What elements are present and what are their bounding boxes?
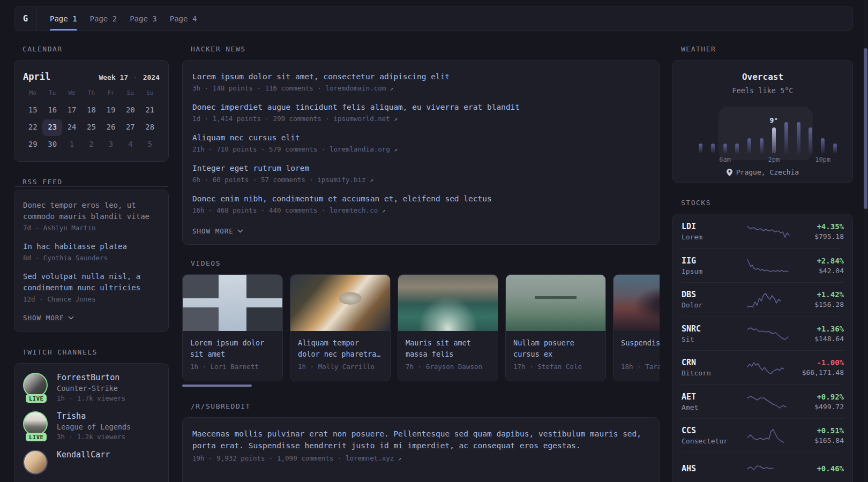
stock-row[interactable]: AHS +0.46% bbox=[682, 453, 844, 482]
tab-page-1[interactable]: Page 1 bbox=[50, 6, 77, 31]
hn-item-meta: 1d · 1,414 points · 299 comments · ipsum… bbox=[192, 115, 649, 123]
video-thumbnail[interactable] bbox=[398, 275, 498, 331]
page-scrollbar-thumb[interactable] bbox=[864, 48, 867, 209]
hn-domain-link[interactable]: loremlandia.org bbox=[330, 145, 390, 153]
twitch-channel-name[interactable]: Trisha bbox=[57, 411, 131, 421]
hn-domain-link[interactable]: ipsumworld.net bbox=[333, 115, 390, 123]
hn-domain-link[interactable]: loremtech.co bbox=[330, 206, 378, 214]
external-link-icon: ↗ bbox=[394, 146, 398, 153]
stock-sparkline bbox=[747, 257, 790, 274]
calendar-widget: April Week 17 · 2024 Mo Tu We Th Fr Sa S… bbox=[14, 60, 169, 162]
twitch-avatar-wrap[interactable] bbox=[23, 450, 49, 476]
stock-change: +0.46% bbox=[797, 464, 844, 473]
stock-row[interactable]: LDI Lorem +4.35% $795.18 bbox=[682, 214, 844, 248]
twitch-section-header: TWITCH CHANNELS bbox=[23, 348, 169, 356]
video-thumbnail[interactable] bbox=[613, 275, 660, 331]
rss-show-more-button[interactable]: SHOW MORE bbox=[23, 314, 74, 322]
rss-item-title[interactable]: Sed volutpat nulla nisl, a condimentum n… bbox=[23, 271, 160, 293]
stock-sparkline bbox=[747, 393, 790, 410]
live-badge: LIVE bbox=[26, 433, 47, 441]
video-thumbnail[interactable] bbox=[506, 275, 605, 331]
carousel-scrollbar[interactable] bbox=[182, 385, 252, 387]
video-thumbnail[interactable] bbox=[290, 275, 390, 331]
stock-row[interactable]: CCS Consectetur +0.51% $165.84 bbox=[682, 418, 844, 453]
hn-item-meta: 16h · 468 points · 440 comments · loremt… bbox=[192, 206, 649, 214]
video-card[interactable]: Suspendisse diam 18h · Tara bbox=[613, 274, 660, 381]
reddit-domain-link[interactable]: loremnet.xyz bbox=[346, 454, 394, 462]
twitch-avatar-wrap[interactable]: LIVE bbox=[23, 411, 49, 437]
weather-location: Prague, Czechia bbox=[736, 168, 799, 176]
rss-item-title[interactable]: In hac habitasse platea bbox=[23, 241, 160, 252]
hn-section-header: HACKER NEWS bbox=[191, 45, 660, 53]
reddit-post-title[interactable]: Maecenas mollis pulvinar erat non posuer… bbox=[192, 428, 649, 451]
video-card[interactable]: Lorem ipsum dolor sit amet consectetu… 1… bbox=[182, 274, 283, 381]
dow-label: We bbox=[62, 89, 81, 102]
reddit-meta-text: 19h · 9,932 points · 1,090 comments · bbox=[192, 454, 346, 462]
calendar-day: 28 bbox=[140, 119, 160, 136]
stock-name: Sit bbox=[682, 335, 739, 343]
rss-item-title[interactable]: Donec tempor eros leo, ut commodo mauris… bbox=[23, 200, 160, 222]
hn-domain-link[interactable]: ipsumify.biz bbox=[317, 176, 365, 184]
tab-page-2[interactable]: Page 2 bbox=[90, 6, 117, 31]
weather-bars: 6am9°2pm10pm bbox=[699, 107, 837, 153]
stock-name: Ipsum bbox=[682, 267, 739, 275]
stock-name: Amet bbox=[682, 403, 739, 411]
twitch-channel-name[interactable]: ForrestBurton bbox=[57, 373, 125, 382]
calendar-grid: Mo Tu We Th Fr Sa Su 15 16 17 18 19 20 2… bbox=[23, 89, 160, 153]
video-title[interactable]: Nullam posuere cursus ex bbox=[513, 337, 598, 360]
videos-section-header: VIDEOS bbox=[191, 259, 660, 267]
tab-page-3[interactable]: Page 3 bbox=[130, 6, 157, 31]
calendar-day: 24 bbox=[62, 119, 81, 136]
hn-item-title[interactable]: Lorem ipsum dolor sit amet, consectetur … bbox=[192, 71, 649, 82]
weather-current-temp: 9° bbox=[770, 116, 779, 124]
stock-row[interactable]: SNRC Sit +1.36% $148.64 bbox=[682, 317, 844, 351]
tab-page-4[interactable]: Page 4 bbox=[170, 6, 197, 31]
stock-ticker: IIG bbox=[682, 256, 739, 266]
calendar-day: 15 bbox=[23, 102, 42, 119]
rss-item: Sed volutpat nulla nisl, a condimentum n… bbox=[23, 271, 160, 303]
weather-bar bbox=[809, 127, 812, 153]
external-link-icon: ↗ bbox=[390, 85, 394, 92]
hn-item-title[interactable]: Aliquam nec cursus elit bbox=[192, 132, 649, 144]
stock-price: $66,171.48 bbox=[797, 368, 844, 376]
video-card[interactable]: Nullam posuere cursus ex 17h · Stefan Co… bbox=[505, 274, 606, 381]
stock-ticker: AET bbox=[682, 392, 739, 402]
video-title[interactable]: Lorem ipsum dolor sit amet consectetu… bbox=[190, 337, 275, 360]
stock-row[interactable]: IIG Ipsum +2.84% $42.04 bbox=[682, 248, 844, 283]
video-title[interactable]: Suspendisse diam bbox=[621, 337, 660, 360]
weather-hour-label: 6am bbox=[719, 156, 731, 163]
calendar-day: 26 bbox=[101, 119, 121, 136]
hn-item-title[interactable]: Donec imperdiet augue tincidunt felis al… bbox=[192, 102, 649, 113]
hn-item-title[interactable]: Donec enim nibh, condimentum et accumsan… bbox=[192, 193, 649, 205]
stock-row[interactable]: AET Amet +0.92% $499.72 bbox=[682, 385, 844, 419]
stock-name: Lorem bbox=[682, 233, 739, 241]
hn-show-more-button[interactable]: SHOW MORE bbox=[192, 227, 243, 235]
video-meta: 1h · Molly Carrillo bbox=[298, 363, 383, 371]
hn-item-title[interactable]: Integer eget rutrum lorem bbox=[192, 163, 649, 174]
twitch-avatar-wrap[interactable]: LIVE bbox=[23, 373, 49, 398]
hn-item: Lorem ipsum dolor sit amet, consectetur … bbox=[192, 71, 649, 92]
tab-label: Page 1 bbox=[50, 14, 77, 23]
stock-change: +1.36% bbox=[797, 325, 844, 333]
video-title[interactable]: Mauris sit amet massa felis bbox=[406, 337, 490, 360]
hn-meta-text: 21h · 710 points · 579 comments · bbox=[192, 145, 330, 153]
stock-change: +0.51% bbox=[797, 426, 844, 435]
rss-item-meta: 7d · Ashlyn Martin bbox=[23, 224, 160, 232]
video-thumbnail[interactable] bbox=[183, 275, 282, 331]
video-card[interactable]: Aliquam tempor dolor nec pharetra… 1h · … bbox=[290, 274, 391, 381]
weather-bar bbox=[760, 138, 764, 153]
video-title[interactable]: Aliquam tempor dolor nec pharetra… bbox=[298, 337, 383, 360]
stock-row[interactable]: DBS Dolor +1.42% $156.28 bbox=[682, 282, 844, 317]
stock-row[interactable]: CRN Bitcorn -1.00% $66,171.48 bbox=[682, 350, 844, 385]
calendar-month: April bbox=[23, 71, 50, 82]
hn-domain-link[interactable]: loremdomain.com bbox=[325, 84, 386, 92]
rss-item-meta: 12d · Chance Jones bbox=[23, 295, 160, 303]
stock-sparkline bbox=[747, 223, 790, 240]
calendar-week-year: Week 17 · 2024 bbox=[99, 73, 160, 81]
dow-label: Fr bbox=[101, 89, 121, 102]
hn-meta-text: 6h · 60 points · 57 comments · bbox=[192, 176, 317, 184]
video-card[interactable]: Mauris sit amet massa felis 7h · Grayson… bbox=[398, 274, 498, 381]
avatar bbox=[23, 450, 48, 475]
twitch-channel-name[interactable]: KendallCarr bbox=[57, 450, 110, 460]
dow-label: Su bbox=[140, 89, 160, 102]
